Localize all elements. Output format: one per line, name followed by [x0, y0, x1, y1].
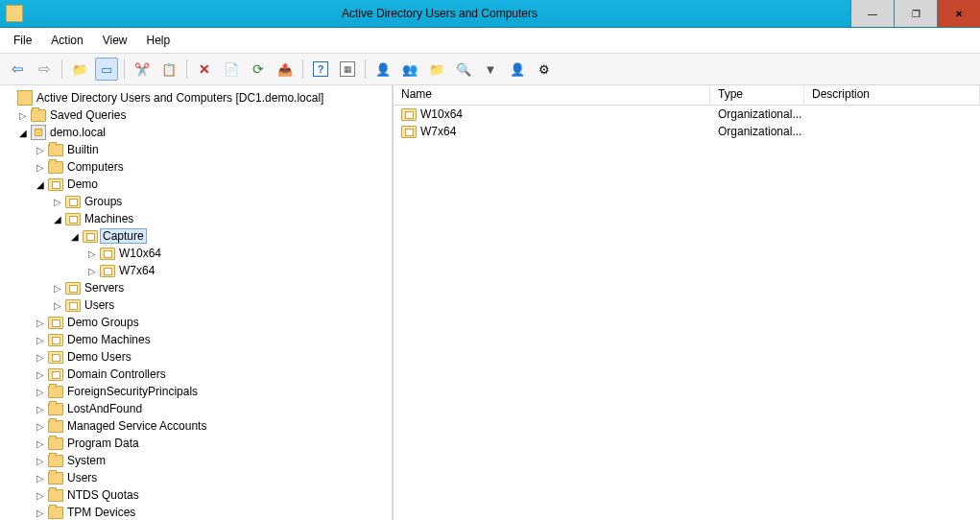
- tree-node-ntds[interactable]: ▷ NTDS Quotas: [0, 486, 392, 504]
- more-actions-button[interactable]: ⚙: [533, 58, 556, 81]
- delete-button[interactable]: ✕: [193, 58, 216, 81]
- help-button[interactable]: ?: [309, 58, 332, 81]
- column-header-description[interactable]: Description: [804, 85, 980, 105]
- list-row[interactable]: W7x64Organizational...: [394, 123, 980, 140]
- twisty-icon[interactable]: ▷: [52, 300, 63, 311]
- add-to-group-button[interactable]: 👤: [506, 58, 529, 81]
- folder-icon: [48, 487, 63, 503]
- filter-button[interactable]: ▼: [479, 58, 502, 81]
- separator: [61, 59, 62, 79]
- tree-node-w10x64[interactable]: ▷ W10x64: [0, 245, 392, 262]
- ou-icon: [48, 177, 63, 192]
- twisty-icon[interactable]: ▷: [17, 110, 29, 121]
- calendar-button[interactable]: ▦: [336, 58, 359, 81]
- up-button[interactable]: 📁: [68, 58, 91, 81]
- menu-action[interactable]: Action: [43, 32, 90, 49]
- new-ou-button[interactable]: 📁: [425, 58, 448, 81]
- tree-node-builtin[interactable]: ▷ Builtin: [0, 141, 392, 158]
- tree-node-system[interactable]: ▷ System: [0, 452, 392, 469]
- tree-node-users[interactable]: ▷ Users: [0, 469, 392, 486]
- twisty-icon[interactable]: ▷: [35, 145, 46, 155]
- tree-node-tpm[interactable]: ▷ TPM Devices: [0, 504, 392, 520]
- menu-view[interactable]: View: [95, 32, 135, 49]
- folder-icon: [48, 470, 63, 485]
- twisty-icon[interactable]: ▷: [52, 197, 63, 207]
- tree-node-users-ou[interactable]: ▷ Users: [0, 296, 392, 314]
- list-row[interactable]: W10x64Organizational...: [394, 106, 980, 123]
- tree-node-w7x64[interactable]: ▷ W7x64: [0, 262, 392, 279]
- twisty-icon[interactable]: ▷: [35, 490, 46, 501]
- tree-node-servers[interactable]: ▷ Servers: [0, 279, 392, 296]
- minimize-button[interactable]: —: [850, 0, 894, 27]
- find-button[interactable]: 🔍: [452, 58, 475, 81]
- tree-node-machines[interactable]: ◢ Machines: [0, 210, 392, 227]
- cell-name: W10x64: [394, 106, 710, 122]
- menu-bar: File Action View Help: [0, 28, 980, 54]
- twisty-icon[interactable]: ▷: [35, 369, 46, 380]
- twisty-icon[interactable]: ▷: [86, 248, 98, 259]
- new-user-button[interactable]: 👤: [371, 58, 394, 81]
- forward-button[interactable]: ⇨: [33, 58, 56, 81]
- twisty-icon[interactable]: ▷: [35, 335, 46, 345]
- separator: [124, 59, 125, 79]
- folder-icon: [48, 453, 63, 468]
- column-header-type[interactable]: Type: [710, 85, 804, 105]
- tree-label: Demo: [65, 177, 100, 191]
- column-header-name[interactable]: Name: [394, 85, 710, 105]
- list-body[interactable]: W10x64Organizational...W7x64Organization…: [394, 106, 980, 520]
- twisty-icon[interactable]: ▷: [35, 456, 46, 466]
- tree-node-saved-queries[interactable]: ▷ Saved Queries: [0, 106, 392, 124]
- tree-node-computers[interactable]: ▷ Computers: [0, 158, 392, 176]
- menu-help[interactable]: Help: [139, 32, 179, 49]
- cell-type: Organizational...: [710, 125, 804, 138]
- tree-node-program-data[interactable]: ▷ Program Data: [0, 435, 392, 452]
- maximize-button[interactable]: ❐: [894, 0, 937, 27]
- cell-name: W7x64: [394, 124, 710, 139]
- tree-node-lostfound[interactable]: ▷ LostAndFound: [0, 400, 392, 417]
- twisty-icon[interactable]: ▷: [52, 283, 63, 294]
- tree-node-root[interactable]: ▷ Active Directory Users and Computers […: [0, 89, 392, 106]
- tree-label: System: [65, 454, 108, 467]
- refresh-button[interactable]: ⟳: [247, 58, 270, 81]
- ou-icon: [100, 263, 115, 278]
- twisty-icon[interactable]: ◢: [52, 214, 63, 225]
- tree-node-domain-controllers[interactable]: ▷ Domain Controllers: [0, 366, 392, 383]
- export-list-button[interactable]: 📤: [274, 58, 297, 81]
- new-group-button[interactable]: 👥: [398, 58, 421, 81]
- twisty-icon[interactable]: ◢: [17, 128, 29, 138]
- twisty-icon[interactable]: ◢: [35, 179, 46, 190]
- tree-node-demo-users[interactable]: ▷ Demo Users: [0, 348, 392, 366]
- twisty-icon[interactable]: ▷: [35, 404, 46, 414]
- tree-label: TPM Devices: [65, 506, 137, 519]
- menu-file[interactable]: File: [6, 32, 39, 49]
- twisty-icon[interactable]: ▷: [35, 421, 46, 432]
- tree-pane[interactable]: ▷ Active Directory Users and Computers […: [0, 85, 394, 520]
- twisty-icon[interactable]: ▷: [35, 387, 46, 397]
- tree-node-demo-groups[interactable]: ▷ Demo Groups: [0, 314, 392, 331]
- cut-button[interactable]: ✂️: [131, 58, 154, 81]
- copy-button[interactable]: 📋: [157, 58, 180, 81]
- close-button[interactable]: ✕: [937, 0, 980, 27]
- show-hide-tree-button[interactable]: ▭: [95, 58, 118, 81]
- properties-button[interactable]: 📄: [220, 58, 243, 81]
- twisty-icon[interactable]: ▷: [86, 266, 98, 276]
- twisty-icon[interactable]: ▷: [35, 162, 46, 173]
- tree-node-msa[interactable]: ▷ Managed Service Accounts: [0, 417, 392, 435]
- tree-label: Groups: [83, 195, 124, 208]
- back-button[interactable]: ⇦: [6, 58, 29, 81]
- tree-node-capture[interactable]: ◢ Capture: [0, 227, 392, 245]
- tree-label: W7x64: [117, 264, 156, 277]
- tree-node-domain[interactable]: ◢ demo.local: [0, 124, 392, 141]
- twisty-icon[interactable]: ▷: [35, 352, 46, 363]
- twisty-icon[interactable]: ◢: [69, 231, 81, 242]
- tree-node-fsp[interactable]: ▷ ForeignSecurityPrincipals: [0, 383, 392, 400]
- tree-node-demo-machines[interactable]: ▷ Demo Machines: [0, 331, 392, 348]
- twisty-icon[interactable]: ▷: [35, 508, 46, 518]
- tree-node-demo[interactable]: ◢ Demo: [0, 176, 392, 193]
- twisty-icon[interactable]: ▷: [35, 438, 46, 449]
- twisty-icon[interactable]: ▷: [35, 318, 46, 328]
- folder-icon: [48, 436, 63, 451]
- folder-icon: [48, 159, 63, 175]
- twisty-icon[interactable]: ▷: [35, 473, 46, 484]
- tree-node-groups[interactable]: ▷ Groups: [0, 193, 392, 210]
